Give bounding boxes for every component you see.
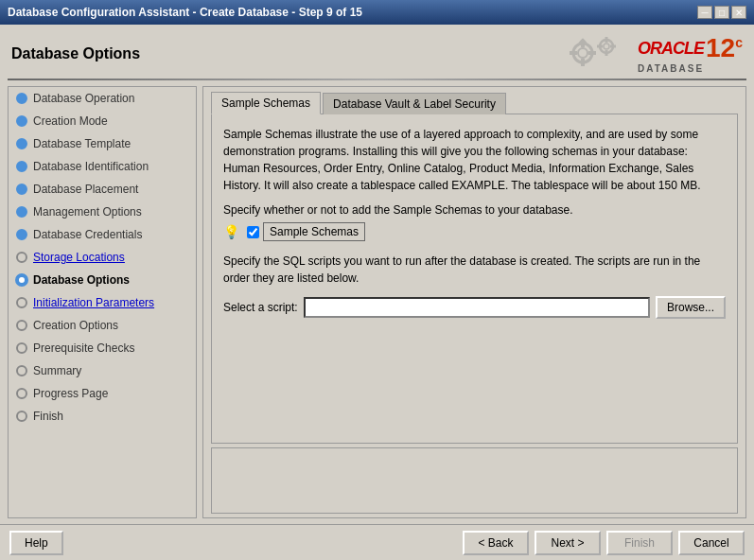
help-button[interactable]: Help <box>9 531 63 555</box>
svg-rect-12 <box>597 45 603 48</box>
svg-rect-5 <box>588 51 596 55</box>
tab-sample-schemas[interactable]: Sample Schemas <box>211 92 321 114</box>
titlebar: Database Configuration Assistant - Creat… <box>0 0 754 25</box>
sidebar-label-initialization-parameters: Initialization Parameters <box>33 296 154 309</box>
sidebar-item-management-options: Management Options <box>9 201 196 223</box>
sample-schemas-checkbox-row: 💡 Sample Schemas <box>223 222 726 241</box>
bulb-icon: 💡 <box>223 224 239 239</box>
sidebar-label-database-operation: Database Operation <box>33 92 134 105</box>
sample-schemas-label[interactable]: Sample Schemas <box>263 222 365 241</box>
header: Database Options <box>0 25 754 79</box>
sidebar-dot-prerequisite-checks <box>16 342 27 354</box>
titlebar-title: Database Configuration Assistant - Creat… <box>8 6 362 19</box>
browse-button[interactable]: Browse... <box>656 296 726 319</box>
sidebar-dot-creation-mode <box>16 115 27 127</box>
sidebar-dot-progress-page <box>16 388 27 399</box>
sidebar-label-database-placement: Database Placement <box>33 183 138 196</box>
finish-button[interactable]: Finish <box>606 531 673 555</box>
oracle-logo: ORACLE 12c DATABASE <box>554 32 743 75</box>
svg-rect-4 <box>570 51 577 55</box>
sidebar-label-creation-mode: Creation Mode <box>33 114 108 128</box>
tabs-bar: Sample Schemas Database Vault & Label Se… <box>203 87 745 114</box>
tab-content-area: Sample Schemas illustrate the use of a l… <box>211 114 738 444</box>
titlebar-close-button[interactable]: ✕ <box>731 6 746 19</box>
sidebar-dot-finish <box>16 411 27 422</box>
oracle-superscript: c <box>735 35 743 50</box>
sidebar-label-prerequisite-checks: Prerequisite Checks <box>33 341 134 355</box>
sidebar-dot-database-operation <box>16 93 27 104</box>
oracle-database-label: DATABASE <box>638 63 743 74</box>
sidebar-item-finish: Finish <box>9 405 196 428</box>
sidebar-label-progress-page: Progress Page <box>33 387 108 400</box>
select-script-label: Select a script: <box>223 301 298 314</box>
sidebar-item-storage-locations[interactable]: Storage Locations <box>9 246 196 269</box>
sidebar-item-database-credentials: Database Credentials <box>9 223 196 246</box>
sidebar-label-finish: Finish <box>33 410 63 423</box>
sidebar: Database OperationCreation ModeDatabase … <box>8 86 197 518</box>
sidebar-item-creation-mode: Creation Mode <box>9 110 196 132</box>
sidebar-label-database-identification: Database Identification <box>33 160 149 173</box>
sidebar-dot-database-template <box>16 138 27 149</box>
sidebar-item-database-options[interactable]: Database Options <box>9 269 196 291</box>
sidebar-label-database-template: Database Template <box>33 137 131 150</box>
page-title: Database Options <box>11 45 140 62</box>
content-area: Database OperationCreation ModeDatabase … <box>8 86 746 518</box>
svg-rect-3 <box>581 59 585 66</box>
svg-rect-10 <box>605 37 608 43</box>
oracle-logo-top: ORACLE 12c <box>638 33 743 63</box>
sidebar-label-summary: Summary <box>33 364 81 377</box>
gear-decoration <box>554 32 630 75</box>
main-window: Database Options <box>0 25 754 560</box>
sidebar-dot-database-identification <box>16 161 27 172</box>
header-divider <box>8 79 746 80</box>
sidebar-item-database-operation: Database Operation <box>9 87 196 110</box>
sidebar-label-management-options: Management Options <box>33 205 142 219</box>
minimize-button[interactable]: ─ <box>697 6 712 19</box>
maximize-button[interactable]: □ <box>714 6 729 19</box>
next-button[interactable]: Next > <box>535 531 601 555</box>
footer: Help < Back Next > Finish Cancel <box>0 524 754 560</box>
sidebar-item-database-identification: Database Identification <box>9 155 196 178</box>
sidebar-item-summary: Summary <box>9 359 196 382</box>
sidebar-label-creation-options: Creation Options <box>33 319 118 332</box>
sidebar-dot-database-placement <box>16 184 27 195</box>
back-button[interactable]: < Back <box>463 531 529 555</box>
script-input[interactable] <box>304 297 650 318</box>
script-input-row: Select a script: Browse... <box>223 296 726 319</box>
sidebar-item-initialization-parameters[interactable]: Initialization Parameters <box>9 291 196 314</box>
sample-schemas-description: Sample Schemas illustrate the use of a l… <box>223 126 726 194</box>
sidebar-dot-database-credentials <box>16 229 27 240</box>
tab-database-vault-label-security[interactable]: Database Vault & Label Security <box>323 93 506 114</box>
footer-left: Help <box>9 531 63 555</box>
titlebar-controls: ─ □ ✕ <box>697 6 746 19</box>
footer-right: < Back Next > Finish Cancel <box>463 531 745 555</box>
sidebar-item-progress-page: Progress Page <box>9 382 196 405</box>
svg-rect-11 <box>605 50 608 56</box>
sidebar-item-creation-options: Creation Options <box>9 314 196 337</box>
sidebar-dot-storage-locations <box>16 252 27 263</box>
oracle-version: 12c <box>706 33 743 63</box>
sidebar-item-database-template: Database Template <box>9 132 196 155</box>
svg-point-9 <box>604 44 609 49</box>
sidebar-dot-initialization-parameters <box>16 297 27 308</box>
oracle-text: ORACLE <box>638 39 704 59</box>
bottom-info-area <box>211 447 738 514</box>
sidebar-label-database-options: Database Options <box>33 273 130 287</box>
sidebar-dot-management-options <box>16 206 27 218</box>
sidebar-dot-database-options <box>16 274 27 286</box>
sidebar-dot-summary <box>16 365 27 376</box>
specify-sample-schemas-text: Specify whether or not to add the Sample… <box>223 203 726 217</box>
sidebar-label-database-credentials: Database Credentials <box>33 228 142 241</box>
sidebar-label-storage-locations: Storage Locations <box>33 251 125 264</box>
cancel-button[interactable]: Cancel <box>678 531 745 555</box>
sidebar-dot-creation-options <box>16 320 27 331</box>
script-description: Specify the SQL scripts you want to run … <box>223 253 726 287</box>
main-panel: Sample Schemas Database Vault & Label Se… <box>202 86 746 518</box>
svg-point-1 <box>578 48 587 58</box>
sidebar-item-database-placement: Database Placement <box>9 178 196 201</box>
svg-rect-13 <box>610 45 616 48</box>
sidebar-item-prerequisite-checks: Prerequisite Checks <box>9 337 196 359</box>
oracle-branding: ORACLE 12c DATABASE <box>638 33 743 74</box>
sample-schemas-checkbox[interactable] <box>247 226 259 238</box>
